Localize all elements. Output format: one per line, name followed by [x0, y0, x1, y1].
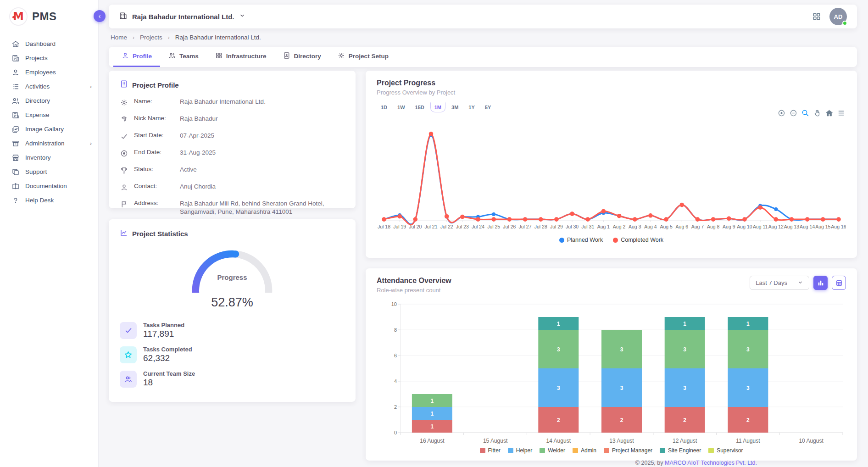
image-icon: [11, 125, 20, 133]
tab-profile[interactable]: Profile: [113, 47, 160, 67]
selection-zoom-icon[interactable]: [801, 109, 809, 117]
sidebar-item-administration[interactable]: Administration ›: [0, 136, 98, 150]
svg-text:1: 1: [431, 423, 434, 430]
home-icon[interactable]: [825, 109, 833, 117]
legend-site-engineer[interactable]: Site Engineer: [660, 447, 701, 454]
chevron-down-icon: [797, 279, 803, 287]
svg-text:Jul 18: Jul 18: [378, 224, 390, 229]
pan-icon[interactable]: [813, 109, 821, 117]
breadcrumb-current: Raja Bahadur International Ltd.: [175, 34, 261, 41]
tab-project-setup[interactable]: Project Setup: [329, 47, 397, 67]
chevron-right-icon: ›: [90, 83, 92, 90]
sidebar-item-image-gallery[interactable]: Image Gallary: [0, 122, 98, 136]
range-button-5y[interactable]: 5Y: [481, 102, 495, 112]
circle-dot-icon: [120, 149, 128, 158]
zoom-out-icon[interactable]: [790, 109, 797, 117]
svg-text:Jul 30: Jul 30: [566, 224, 579, 229]
svg-text:3: 3: [620, 385, 623, 391]
legend-helper[interactable]: Helper: [508, 447, 532, 454]
legend-supervisor[interactable]: Supervisor: [708, 447, 743, 454]
star-icon: [120, 346, 137, 363]
question-icon: [11, 196, 20, 205]
attendance-bar-chart[interactable]: 024681011116 August15 August233114 Augus…: [377, 299, 846, 446]
svg-text:Jul 24: Jul 24: [472, 224, 484, 229]
footer-company-link[interactable]: MARCO AIoT Technologies Pvt. Ltd.: [665, 460, 757, 466]
range-button-1m[interactable]: 1M: [430, 102, 445, 112]
svg-text:2: 2: [394, 404, 397, 410]
svg-text:6: 6: [394, 353, 397, 358]
svg-text:2: 2: [620, 417, 623, 423]
online-status-dot: [842, 21, 847, 26]
svg-text:2: 2: [557, 417, 560, 423]
sidebar-item-projects[interactable]: Projects: [0, 51, 98, 65]
completed-work-line: [384, 134, 839, 225]
tab-directory[interactable]: Directory: [275, 47, 329, 67]
person-icon: [120, 183, 128, 192]
fingerprint-icon: [120, 115, 128, 124]
range-button-15d[interactable]: 15D: [411, 102, 428, 112]
svg-text:3: 3: [683, 346, 686, 353]
pms-logo-icon: M: [9, 7, 28, 26]
svg-text:Jul 21: Jul 21: [425, 224, 438, 229]
svg-text:3: 3: [746, 346, 750, 353]
range-button-1d[interactable]: 1D: [377, 102, 391, 112]
sidebar-item-help-desk[interactable]: Help Desk: [0, 193, 98, 207]
brand[interactable]: M PMS: [0, 0, 98, 35]
sidebar-item-support[interactable]: Support: [0, 165, 98, 179]
date-range-select[interactable]: Last 7 Days: [750, 276, 809, 290]
people-icon: [168, 52, 176, 61]
sidebar-item-activities[interactable]: Activities ›: [0, 79, 98, 94]
range-button-3m[interactable]: 3M: [447, 102, 462, 112]
tab-bar: Profile Teams Infrastructure Directory P…: [109, 47, 857, 67]
sidebar-item-dashboard[interactable]: Dashboard: [0, 37, 98, 51]
svg-text:1: 1: [557, 321, 560, 327]
field-start-date: Start Date: 07-Apr-2025: [120, 132, 345, 141]
table-view-button[interactable]: [832, 276, 846, 290]
legend-completed-work[interactable]: Completed Work: [613, 237, 663, 243]
flag-icon: [120, 200, 128, 209]
sidebar-collapse-button[interactable]: ‹: [94, 10, 106, 22]
chevron-right-icon: ›: [133, 34, 134, 41]
range-button-1y[interactable]: 1Y: [464, 102, 479, 112]
legend-planned-work[interactable]: Planned Work: [559, 237, 603, 243]
sidebar-item-expense[interactable]: Expense: [0, 108, 98, 122]
sidebar-item-directory[interactable]: Directory: [0, 94, 98, 108]
tab-infrastructure[interactable]: Infrastructure: [207, 47, 275, 67]
range-button-1w[interactable]: 1W: [393, 102, 409, 112]
sidebar-item-inventory[interactable]: Inventory: [0, 150, 98, 165]
user-avatar[interactable]: AD: [829, 8, 847, 25]
sidebar-item-documentation[interactable]: Documentation: [0, 179, 98, 193]
company-selector[interactable]: Raja Bahadur International Ltd.: [119, 11, 245, 22]
progress-gauge: Progress 52.87%: [189, 247, 276, 310]
line-chart-legend: Planned WorkCompleted Work: [366, 237, 857, 243]
field-address: Address: Raja Bahadur Mill Rd, behind Sh…: [120, 200, 345, 216]
breadcrumb-home[interactable]: Home: [111, 34, 127, 41]
person-icon: [11, 68, 20, 77]
svg-text:Jul 19: Jul 19: [393, 224, 406, 229]
legend-project-manager[interactable]: Project Manager: [604, 447, 652, 454]
legend-fitter[interactable]: Fitter: [480, 447, 501, 454]
gauge-label: Progress: [189, 273, 276, 281]
bar-chart-view-button[interactable]: [813, 276, 828, 290]
svg-text:10 August: 10 August: [799, 438, 823, 444]
svg-text:Aug 2: Aug 2: [613, 224, 626, 229]
legend-welder[interactable]: Welder: [540, 447, 565, 454]
svg-text:1: 1: [683, 321, 686, 327]
tab-teams[interactable]: Teams: [160, 47, 207, 67]
svg-text:0: 0: [394, 430, 397, 435]
svg-text:Jul 31: Jul 31: [581, 224, 594, 229]
progress-line-chart[interactable]: Jul 18Jul 19Jul 20Jul 21Jul 22Jul 23Jul …: [377, 118, 846, 233]
breadcrumb-projects[interactable]: Projects: [140, 34, 162, 41]
legend-admin[interactable]: Admin: [573, 447, 596, 454]
svg-text:Aug 6: Aug 6: [676, 224, 689, 229]
zoom-in-icon[interactable]: [778, 109, 785, 117]
chevron-right-icon: ›: [90, 140, 92, 147]
sidebar-item-employees[interactable]: Employees: [0, 65, 98, 79]
company-name: Raja Bahadur International Ltd.: [132, 13, 234, 21]
svg-text:13 August: 13 August: [609, 438, 634, 444]
menu-icon[interactable]: [837, 109, 845, 117]
apps-grid-icon[interactable]: [812, 12, 821, 21]
svg-text:Aug 16: Aug 16: [831, 224, 846, 229]
person-icon: [122, 52, 129, 61]
chevron-right-icon: ›: [168, 34, 170, 41]
